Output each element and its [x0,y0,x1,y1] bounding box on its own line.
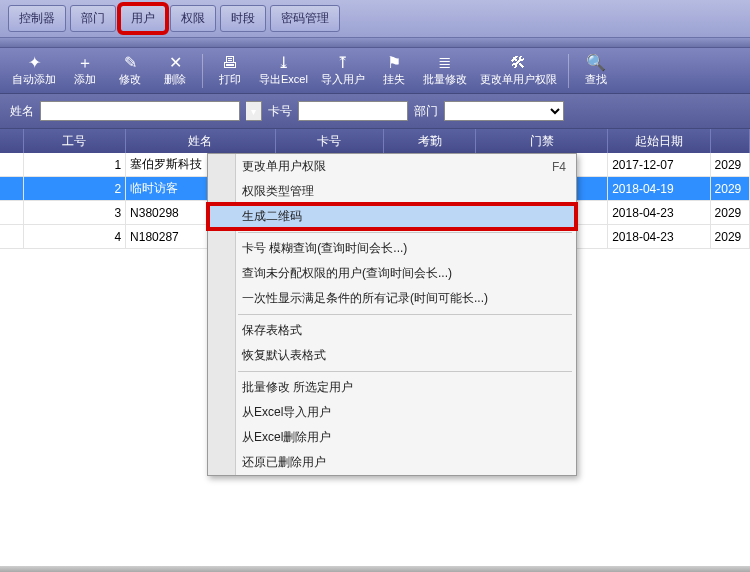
menu-item-label: 保存表格式 [242,322,302,339]
menu-item-label: 权限类型管理 [242,183,314,200]
menu-item[interactable]: 保存表格式 [208,318,576,343]
cell: 2029 [711,153,750,176]
menu-item[interactable]: 卡号 模糊查询(查询时间会长...) [208,236,576,261]
menu-item-label: 恢复默认表格式 [242,347,326,364]
cell: 2029 [711,177,750,200]
autoadd-icon: ✦ [28,54,41,72]
cell: 2018-04-23 [608,225,710,248]
menu-item-label: 生成二维码 [242,208,302,225]
import-icon: ⤒ [336,54,349,72]
reportloss-button[interactable]: ⚑挂失 [372,52,416,89]
export-icon: ⤓ [277,54,290,72]
cell: 4 [24,225,126,248]
x-icon: ✕ [169,54,182,72]
cell: 2018-04-19 [608,177,710,200]
name-label: 姓名 [10,103,34,120]
menu-item-label: 从Excel导入用户 [242,404,331,421]
cell: 2029 [711,201,750,224]
toolbar: ✦自动添加 ＋添加 ✎修改 ✕删除 🖶打印 ⤓导出Excel ⤒导入用户 ⚑挂失… [0,48,750,94]
menu-item-label: 查询未分配权限的用户(查询时间会长...) [242,265,452,282]
print-button[interactable]: 🖶打印 [208,52,252,89]
edit-button[interactable]: ✎修改 [108,52,152,89]
plus-icon: ＋ [77,54,93,72]
menu-item[interactable]: 查询未分配权限的用户(查询时间会长...) [208,261,576,286]
tab-pw[interactable]: 密码管理 [270,5,340,32]
menu-separator [238,371,572,372]
menu-item[interactable]: 从Excel导入用户 [208,400,576,425]
menu-separator [238,232,572,233]
menu-item[interactable]: 更改单用户权限F4 [208,154,576,179]
user-grid: 工号 姓名 卡号 考勤 门禁 起始日期 1塞伯罗斯科技21✓✓2017-12-0… [0,129,750,249]
menu-item-shortcut: F4 [552,160,566,174]
tab-user[interactable]: 用户 [120,5,166,32]
menu-item-label: 从Excel删除用户 [242,429,331,446]
menu-item-label: 还原已删除用户 [242,454,326,471]
col-attn[interactable]: 考勤 [384,129,477,153]
cell: 2017-12-07 [608,153,710,176]
dept-select[interactable] [444,101,564,121]
menu-item[interactable]: 恢复默认表格式 [208,343,576,368]
menu-item-label: 更改单用户权限 [242,158,326,175]
menu-separator [238,314,572,315]
menu-item-label: 一次性显示满足条件的所有记录(时间可能长...) [242,290,488,307]
cell: 2029 [711,225,750,248]
delete-button[interactable]: ✕删除 [153,52,197,89]
flag-icon: ⚑ [387,54,401,72]
bottom-bar [0,566,750,572]
add-button[interactable]: ＋添加 [63,52,107,89]
cell: 3 [24,201,126,224]
col-id[interactable]: 工号 [24,129,126,153]
menu-item-label: 批量修改 所选定用户 [242,379,353,396]
cell: 2018-04-23 [608,201,710,224]
changeone-button[interactable]: 🛠更改单用户权限 [474,52,563,89]
filter-bar: 姓名 ▾ 卡号 部门 [0,94,750,129]
tab-perm[interactable]: 权限 [170,5,216,32]
cell [0,177,24,200]
menu-item-label: 卡号 模糊查询(查询时间会长...) [242,240,407,257]
menu-item[interactable]: 从Excel删除用户 [208,425,576,450]
cell: 1 [24,153,126,176]
autoadd-button[interactable]: ✦自动添加 [6,52,62,89]
cell [0,153,24,176]
export-excel-button[interactable]: ⤓导出Excel [253,52,314,89]
col-start[interactable]: 起始日期 [608,129,710,153]
col-card[interactable]: 卡号 [276,129,384,153]
search-icon: 🔍 [586,54,606,72]
dept-label: 部门 [414,103,438,120]
col-rowheader[interactable] [0,129,24,153]
name-input[interactable] [40,101,240,121]
cell: 2 [24,177,126,200]
col-door[interactable]: 门禁 [476,129,608,153]
decorative-bar [0,38,750,48]
col-name[interactable]: 姓名 [126,129,276,153]
import-user-button[interactable]: ⤒导入用户 [315,52,371,89]
tab-controller[interactable]: 控制器 [8,5,66,32]
cell [0,201,24,224]
menu-item[interactable]: 批量修改 所选定用户 [208,375,576,400]
cell [0,225,24,248]
printer-icon: 🖶 [222,54,238,72]
menu-item[interactable]: 还原已删除用户 [208,450,576,475]
grid-header: 工号 姓名 卡号 考勤 门禁 起始日期 [0,129,750,153]
col-end[interactable] [711,129,750,153]
tab-dept[interactable]: 部门 [70,5,116,32]
menu-item[interactable]: 一次性显示满足条件的所有记录(时间可能长...) [208,286,576,311]
list-icon: ≣ [438,54,451,72]
card-label: 卡号 [268,103,292,120]
tab-period[interactable]: 时段 [220,5,266,32]
card-input[interactable] [298,101,408,121]
search-button[interactable]: 🔍查找 [574,52,618,89]
wrench-icon: 🛠 [510,54,526,72]
menu-item[interactable]: 权限类型管理 [208,179,576,204]
batch-button[interactable]: ≣批量修改 [417,52,473,89]
context-menu: 更改单用户权限F4权限类型管理生成二维码卡号 模糊查询(查询时间会长...)查询… [207,153,577,476]
separator [568,54,569,88]
pencil-icon: ✎ [124,54,137,72]
separator [202,54,203,88]
main-tabs: 控制器 部门 用户 权限 时段 密码管理 [0,0,750,38]
name-dropdown-icon[interactable]: ▾ [246,101,262,121]
menu-item[interactable]: 生成二维码 [208,204,576,229]
